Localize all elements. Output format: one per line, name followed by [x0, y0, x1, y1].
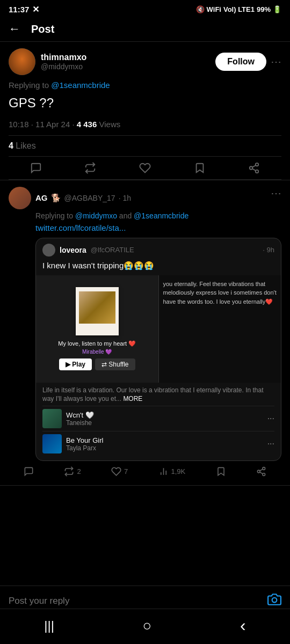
- nav-back-button[interactable]: ‹: [240, 616, 246, 635]
- polaroid-image: [76, 287, 119, 335]
- reply-input[interactable]: [9, 596, 262, 606]
- reply-tweet-header: AG 🐕 @AGBABY_17 · 1h ⋯: [9, 187, 281, 209]
- reply-handle: @AGBABY_17: [64, 194, 115, 202]
- like-button[interactable]: [139, 162, 151, 174]
- svg-line-4: [252, 165, 256, 167]
- svg-line-11: [260, 472, 263, 474]
- media-controls: ▶ Play ⇄ Shuffle: [59, 355, 135, 370]
- status-left: 11:37 ✕: [9, 4, 39, 14]
- song-info-1: Wcn't 🤍 Taneishe: [66, 411, 263, 427]
- x-icon: ✕: [32, 4, 39, 14]
- song-2-artist: Tayla Parx: [66, 444, 263, 452]
- bio-more-label: MORE: [123, 395, 142, 402]
- shuffle-button[interactable]: ⇄ Shuffle: [95, 358, 135, 370]
- post-author-handle: @middymxo: [41, 62, 86, 71]
- mute-icon: 🔇: [196, 5, 205, 13]
- polaroid-photo: [79, 291, 115, 324]
- reply-time: · 1h: [119, 194, 131, 202]
- post-author-right: Follow ⋯: [215, 53, 281, 71]
- quoted-media-right: you eternally. Feel these vibrations tha…: [159, 275, 281, 383]
- quoted-time: · 9h: [263, 246, 274, 254]
- reply-retweet-button[interactable]: 2: [64, 466, 81, 477]
- song-item-2: Be Your Girl Tayla Parx ···: [42, 431, 274, 456]
- reply-views-button[interactable]: 1,9K: [158, 466, 186, 477]
- reply-like-button[interactable]: 7: [111, 466, 128, 477]
- reply-tweet-link[interactable]: twitter.com/lfcoratile/sta...: [35, 223, 281, 232]
- song-1-more-icon[interactable]: ···: [267, 414, 274, 423]
- reply-comment-button[interactable]: [24, 466, 34, 477]
- camera-button[interactable]: [267, 592, 281, 610]
- reply-emoji: 🐕: [51, 193, 61, 203]
- reply-mention-1[interactable]: @middymxo: [75, 211, 117, 220]
- replying-to-label: Replying to @1seanmcbride: [9, 80, 281, 90]
- post-content: GPS ??: [9, 94, 281, 112]
- quoted-media: My love, listen to my heart ❤️ Mirabelle…: [36, 275, 281, 383]
- page-title: Post: [31, 23, 54, 35]
- bookmark-button[interactable]: [194, 162, 206, 174]
- song-thumb-1: [42, 409, 62, 428]
- wifi-icon: WiFi: [207, 5, 221, 13]
- reply-author-avatar[interactable]: [9, 187, 31, 209]
- post-time: 10:18 · 11 Apr 24 ·: [9, 120, 77, 129]
- svg-line-3: [252, 169, 256, 171]
- reply-display-name: AG: [35, 193, 48, 202]
- song-1-artist: Taneishe: [66, 419, 263, 427]
- svg-point-10: [263, 473, 265, 476]
- reply-bookmark-button[interactable]: [216, 466, 226, 477]
- song-thumb-2: [42, 434, 62, 453]
- post-author-avatar[interactable]: [9, 48, 35, 75]
- main-post: thimnamxo @middymxo Follow ⋯ Replying to…: [0, 42, 290, 180]
- quoted-tweet-text: I knew I wasn't tripping😭😭😭: [36, 260, 281, 275]
- quoted-author-name: loveora: [60, 246, 86, 254]
- song-2-more-icon[interactable]: ···: [267, 439, 274, 449]
- svg-point-0: [256, 163, 259, 166]
- reply-mention-2[interactable]: @1seanmcbride: [134, 211, 189, 220]
- quoted-bio: Life in itself is a vibration. Our love …: [36, 383, 281, 406]
- reply-author-row: AG 🐕 @AGBABY_17 · 1h: [9, 187, 131, 209]
- post-author-info: thimnamxo @middymxo: [41, 53, 86, 71]
- song-1-name: Wcn't 🤍: [66, 411, 263, 419]
- post-metadata: 10:18 · 11 Apr 24 · 4 436 Views: [9, 120, 281, 129]
- svg-point-9: [257, 470, 260, 473]
- status-bar: 11:37 ✕ 🔇 WiFi Vol) LTE1 99% 🔋: [0, 0, 290, 17]
- retweet-button[interactable]: [84, 162, 96, 174]
- song-list: Wcn't 🤍 Taneishe ··· Be Your Girl Tayla …: [36, 406, 281, 460]
- back-button[interactable]: ←: [9, 22, 20, 36]
- follow-button[interactable]: Follow: [215, 53, 266, 71]
- post-views-count: 4 436: [77, 120, 97, 129]
- post-views-label: Views: [97, 120, 120, 129]
- svg-point-1: [250, 166, 253, 170]
- song-title: My love, listen to my heart ❤️ Mirabelle…: [58, 340, 136, 355]
- quoted-tweet: loveora @lfcORATILE · 9h I knew I wasn't…: [35, 238, 281, 462]
- reply-name-block: AG 🐕 @AGBABY_17 · 1h: [35, 193, 131, 203]
- reply-tweet: AG 🐕 @AGBABY_17 · 1h ⋯ Replying to @midd…: [0, 180, 290, 486]
- quoted-avatar: [42, 244, 55, 257]
- more-options-icon[interactable]: ⋯: [271, 55, 281, 68]
- comment-button[interactable]: [30, 162, 42, 174]
- share-button[interactable]: [248, 162, 260, 174]
- play-button[interactable]: ▶ Play: [59, 358, 92, 370]
- nav-menu-button[interactable]: |||: [44, 618, 54, 633]
- reply-mention-link[interactable]: @1seanmcbride: [51, 80, 110, 90]
- song-item-1: Wcn't 🤍 Taneishe ···: [42, 406, 274, 431]
- post-author-name: thimnamxo: [41, 53, 86, 62]
- svg-line-12: [260, 469, 263, 471]
- reply-more-icon[interactable]: ⋯: [271, 187, 281, 200]
- svg-point-13: [272, 598, 277, 603]
- nav-home-button[interactable]: ○: [143, 617, 152, 634]
- status-time: 11:37: [9, 5, 29, 14]
- battery-label: 99%: [257, 5, 271, 13]
- post-actions-bar: [9, 157, 281, 180]
- post-stats: 4 Likes: [9, 135, 281, 157]
- quoted-tweet-header: loveora @lfcORATILE · 9h: [36, 238, 281, 260]
- quoted-author-handle: @lfcORATILE: [91, 246, 134, 254]
- retweet-count: 2: [77, 467, 81, 475]
- avatar-image: [9, 48, 35, 75]
- song-info-2: Be Your Girl Tayla Parx: [66, 436, 263, 452]
- svg-point-2: [256, 170, 259, 173]
- reply-share-button[interactable]: [256, 466, 266, 477]
- song-2-name: Be Your Girl: [66, 436, 263, 444]
- likes-count: 4 Likes: [9, 141, 36, 150]
- battery-icon: 🔋: [273, 5, 281, 13]
- like-count: 7: [124, 467, 128, 475]
